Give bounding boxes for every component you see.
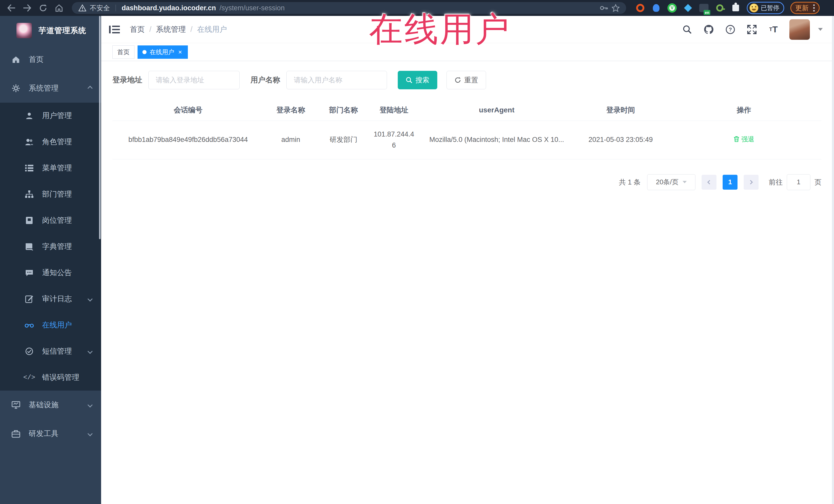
cell-login-time: 2021-05-03 23:05:49	[575, 120, 666, 159]
paused-label: 已暂停	[761, 4, 780, 12]
sidebar-item-notice-announcement[interactable]: 通知公告	[0, 260, 101, 286]
code-icon: </>	[25, 373, 34, 382]
app-logo	[17, 23, 32, 38]
annotation-online-users: 在线用户	[369, 7, 511, 52]
tab-online-users[interactable]: 在线用户	[137, 45, 188, 59]
browser-update-button[interactable]: 更新	[790, 2, 820, 14]
page-size-select[interactable]: 20条/页	[647, 174, 696, 190]
browser-reload-button[interactable]	[37, 1, 50, 15]
sidebar-item-home[interactable]: 首页	[0, 45, 101, 74]
extension-key-icon[interactable]	[715, 3, 725, 13]
tab-label: 首页	[117, 48, 130, 56]
cell-username: admin	[264, 120, 318, 159]
sidebar-item-audit-log[interactable]: 审计日志	[0, 286, 101, 312]
sidebar-item-online-users[interactable]: 在线用户	[0, 312, 101, 338]
window-scrollbar[interactable]	[832, 16, 834, 504]
breadcrumb-separator: /	[149, 25, 151, 34]
close-icon[interactable]	[177, 49, 183, 55]
profile-paused-chip[interactable]: 已暂停	[747, 2, 784, 14]
monitor-icon	[11, 400, 21, 410]
browser-back-button[interactable]	[5, 1, 18, 15]
tab-home[interactable]: 首页	[112, 45, 134, 59]
force-logout-button[interactable]: 强退	[734, 134, 754, 144]
user-avatar[interactable]	[789, 19, 810, 40]
fullscreen-icon[interactable]	[746, 24, 758, 35]
en-badge: en	[704, 10, 710, 15]
home-icon	[11, 55, 21, 64]
sidebar-item-label: 系统管理	[29, 83, 80, 93]
gear-icon	[11, 84, 21, 93]
breadcrumb: 首页 / 系统管理 / 在线用户	[130, 24, 227, 35]
active-tab-dot	[142, 50, 147, 54]
extension-lamp-icon[interactable]	[651, 3, 661, 13]
sidebar-item-post-management[interactable]: 岗位管理	[0, 207, 101, 234]
chevron-up-icon	[88, 86, 93, 91]
app-logo-row[interactable]: 芋道管理系统	[0, 16, 101, 45]
password-key-icon[interactable]	[600, 6, 608, 10]
chevron-down-icon	[683, 181, 687, 183]
sidebar-item-dev-tools[interactable]: 研发工具	[0, 419, 101, 448]
profile-avatar-emoji	[750, 4, 758, 12]
search-button[interactable]: 搜索	[398, 71, 437, 89]
font-size-icon[interactable]: TT	[768, 24, 779, 35]
sidebar-item-department-management[interactable]: 部门管理	[0, 181, 101, 207]
goto-label: 前往	[769, 178, 783, 187]
check-circle-icon	[25, 347, 34, 356]
url-divider	[115, 5, 116, 11]
sessions-table: 会话编号 登录名称 部门名称 登陆地址 userAgent 登录时间 操作 bf…	[112, 100, 821, 159]
browser-home-button[interactable]	[52, 1, 66, 15]
chevron-down-icon	[88, 297, 93, 302]
github-icon[interactable]	[703, 24, 715, 35]
breadcrumb-home[interactable]: 首页	[130, 24, 145, 35]
page-number-1[interactable]: 1	[723, 175, 738, 190]
sidebar-item-label: 通知公告	[42, 268, 92, 278]
breadcrumb-system-management[interactable]: 系统管理	[156, 24, 186, 35]
login-address-input[interactable]	[148, 71, 240, 89]
extensions-puzzle-icon[interactable]	[731, 3, 741, 13]
security-label[interactable]: 不安全	[90, 4, 110, 13]
bookmark-star-icon[interactable]	[612, 4, 619, 12]
sidebar-item-error-code-management[interactable]: </> 错误码管理	[0, 365, 101, 391]
badge-icon	[25, 216, 34, 225]
goto-page-input[interactable]	[787, 174, 810, 190]
next-page-button[interactable]	[744, 175, 759, 190]
extension-diamond-icon[interactable]	[683, 3, 693, 13]
username-label: 用户名称	[250, 75, 280, 85]
update-label: 更新	[795, 4, 809, 13]
reset-button[interactable]: 重置	[446, 71, 486, 89]
sidebar-item-role-management[interactable]: 角色管理	[0, 129, 101, 155]
browser-menu-icon[interactable]	[813, 4, 815, 12]
sidebar-collapse-icon[interactable]	[108, 23, 120, 36]
sidebar-item-user-management[interactable]: 用户管理	[0, 103, 101, 129]
extension-ubuntu-icon[interactable]	[635, 3, 645, 13]
sidebar-item-label: 部门管理	[42, 189, 92, 199]
extension-translate-icon[interactable]: en	[699, 3, 709, 13]
svg-text:?: ?	[729, 27, 732, 32]
sidebar-item-system-management[interactable]: 系统管理	[0, 74, 101, 103]
avatar-caret-icon[interactable]	[818, 28, 823, 31]
page-unit-label: 页	[814, 178, 821, 187]
col-session-id: 会话编号	[112, 100, 264, 120]
sidebar-item-dict-management[interactable]: 字典管理	[0, 234, 101, 260]
org-tree-icon	[25, 190, 34, 199]
system-management-submenu: 用户管理 角色管理 菜单管理 部门管理 岗位管理	[0, 103, 101, 391]
prev-page-button[interactable]	[702, 175, 717, 190]
sidebar-item-sms-management[interactable]: 短信管理	[0, 338, 101, 365]
cell-user-agent: Mozilla/5.0 (Macintosh; Intel Mac OS X 1…	[419, 120, 575, 159]
app-title: 芋道管理系统	[39, 25, 86, 36]
sidebar-scrollbar[interactable]	[99, 16, 101, 239]
filter-form: 登录地址 用户名称 搜索 重置	[112, 71, 823, 89]
address-bar[interactable]: 不安全 dashboard.yudao.iocoder.cn/system/us…	[72, 2, 626, 14]
sidebar-item-label: 基础设施	[29, 400, 80, 410]
sidebar-item-menu-management[interactable]: 菜单管理	[0, 155, 101, 181]
security-warning-icon	[79, 4, 86, 12]
refresh-icon	[455, 77, 461, 83]
search-icon[interactable]	[682, 24, 693, 35]
help-icon[interactable]: ?	[725, 24, 736, 35]
sidebar-item-infrastructure[interactable]: 基础设施	[0, 391, 101, 419]
browser-forward-button[interactable]	[21, 1, 34, 15]
breadcrumb-current: 在线用户	[197, 24, 227, 35]
col-actions: 操作	[666, 100, 821, 120]
extension-v-icon[interactable]: V	[667, 3, 677, 13]
username-input[interactable]	[286, 71, 387, 89]
